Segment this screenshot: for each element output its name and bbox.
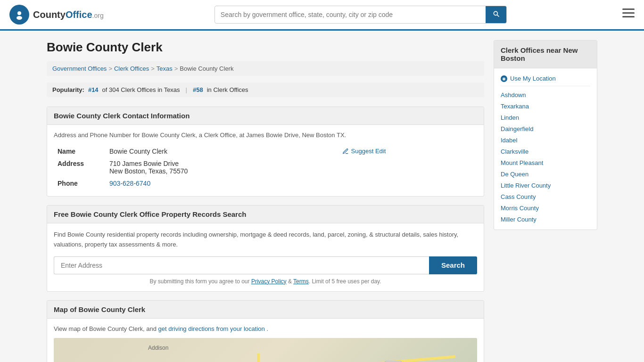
address-search-input[interactable]	[54, 256, 429, 274]
property-search-button[interactable]: Search	[429, 256, 477, 274]
map-addison-label: Addison	[148, 345, 168, 351]
content-area: Bowie County Clerk Government Offices > …	[47, 40, 484, 362]
contact-description: Address and Phone Number for Bowie Count…	[54, 132, 477, 139]
property-search-description: Find Bowie County residential property r…	[54, 230, 477, 250]
breadcrumb-government-offices[interactable]: Government Offices	[52, 65, 107, 72]
sidebar-nearby-item: Cass County	[501, 191, 590, 202]
contact-section: Bowie County Clerk Contact Information A…	[47, 107, 484, 197]
address-search-row: Search	[54, 256, 477, 274]
svg-rect-4	[622, 12, 635, 14]
sidebar-nearby-link[interactable]: Mount Pleasant	[501, 159, 543, 166]
contact-name-label: Name	[54, 145, 106, 157]
main-layout: Bowie County Clerk Government Offices > …	[39, 31, 605, 362]
form-terms: By submitting this form you agree to our…	[54, 278, 477, 285]
sidebar-nearby-item: Mount Pleasant	[501, 157, 590, 168]
popularity-divider: |	[186, 86, 187, 93]
sidebar-nearby-item: Miller County	[501, 214, 590, 225]
popularity-rank1-text: of 304 Clerk Offices in Texas	[102, 86, 180, 93]
location-dot-icon: ◉	[501, 75, 507, 82]
sidebar-nearby-link[interactable]: De Queen	[501, 171, 528, 178]
sidebar-nearby-item: Little River County	[501, 180, 590, 191]
property-search-header: Free Bowie County Clerk Office Property …	[47, 206, 484, 223]
sidebar: Clerk Offices near New Boston ◉ Use My L…	[494, 40, 597, 362]
contact-phone-link[interactable]: 903-628-6740	[109, 180, 150, 187]
popularity-rank1: #14	[88, 86, 99, 93]
popularity-bar: Popularity: #14 of 304 Clerk Offices in …	[47, 82, 484, 97]
contact-address-value: 710 James Bowie Drive New Boston, Texas,…	[106, 157, 339, 177]
svg-rect-5	[622, 16, 635, 17]
sidebar-nearby-link[interactable]: Cass County	[501, 193, 536, 200]
sidebar-nearby-link[interactable]: Morris County	[501, 205, 539, 212]
map-section: Map of Bowie County Clerk View map of Bo…	[47, 300, 484, 362]
form-terms-text: By submitting this form you agree to our	[149, 278, 249, 285]
breadcrumb-current: Bowie County Clerk	[180, 65, 233, 72]
map-placeholder: Addison 2010 Bowie County Clerk's Office…	[54, 338, 477, 362]
sidebar-card: Clerk Offices near New Boston ◉ Use My L…	[494, 40, 597, 230]
global-search-button[interactable]	[486, 6, 506, 23]
map-road-horizontal	[202, 355, 455, 362]
sidebar-nearby-item: Daingerfield	[501, 123, 590, 134]
breadcrumb: Government Offices > Clerk Offices > Tex…	[47, 61, 484, 76]
sidebar-header: Clerk Offices near New Boston	[494, 41, 597, 68]
privacy-policy-link[interactable]: Privacy Policy	[251, 278, 287, 285]
contact-table: Name Bowie County Clerk Suggest Edit Add…	[54, 145, 477, 189]
contact-address-line2: New Boston, Texas, 75570	[109, 167, 335, 175]
contact-section-body: Address and Phone Number for Bowie Count…	[47, 125, 484, 196]
terms-suffix: Limit of 5 free uses per day.	[312, 278, 381, 285]
sidebar-nearby-item: Linden	[501, 112, 590, 123]
map-visual: Addison 2010 Bowie County Clerk's Office…	[54, 338, 477, 362]
suggest-edit-button[interactable]: Suggest Edit	[342, 148, 386, 155]
sidebar-nearby-item: Clarksville	[501, 146, 590, 157]
breadcrumb-clerk-offices[interactable]: Clerk Offices	[114, 65, 149, 72]
terms-link[interactable]: Terms	[293, 278, 309, 285]
contact-name-row: Name Bowie County Clerk Suggest Edit	[54, 145, 477, 157]
popularity-rank2-text: in Clerk Offices	[207, 86, 248, 93]
contact-address-label: Address	[54, 157, 106, 177]
nearby-list: AshdownTexarkanaLindenDaingerfieldIdabel…	[501, 86, 590, 225]
global-search-bar	[215, 6, 507, 24]
breadcrumb-sep-1: >	[108, 65, 112, 72]
svg-rect-3	[622, 8, 635, 10]
sidebar-nearby-item: Texarkana	[501, 100, 590, 112]
popularity-label: Popularity:	[52, 86, 84, 93]
sidebar-nearby-item: Ashdown	[501, 89, 590, 100]
logo-text: CountyOffice.org	[33, 9, 104, 20]
sidebar-nearby-item: Idabel	[501, 134, 590, 146]
map-desc-text: View map of Bowie County Clerk, and	[54, 325, 157, 332]
breadcrumb-texas[interactable]: Texas	[157, 65, 173, 72]
contact-phone-label: Phone	[54, 177, 106, 189]
sidebar-nearby-link[interactable]: Little River County	[501, 182, 551, 189]
page-title: Bowie County Clerk	[47, 40, 484, 55]
map-section-header: Map of Bowie County Clerk	[47, 301, 484, 319]
property-search-body: Find Bowie County residential property r…	[47, 223, 484, 291]
map-desc-suffix: .	[266, 325, 268, 332]
sidebar-nearby-link[interactable]: Idabel	[501, 137, 517, 144]
property-search-section: Free Bowie County Clerk Office Property …	[47, 205, 484, 292]
sidebar-nearby-link[interactable]: Ashdown	[501, 91, 526, 99]
sidebar-nearby-link[interactable]: Daingerfield	[501, 125, 533, 132]
site-header: CountyOffice.org	[0, 0, 644, 31]
sidebar-nearby-link[interactable]: Linden	[501, 114, 519, 121]
sidebar-nearby-item: Morris County	[501, 202, 590, 214]
suggest-edit-label: Suggest Edit	[351, 148, 386, 155]
driving-directions-link[interactable]: get driving directions from your locatio…	[158, 325, 265, 332]
svg-point-1	[17, 11, 21, 15]
site-logo-icon	[9, 5, 29, 25]
contact-address-line1: 710 James Bowie Drive	[109, 160, 335, 167]
sidebar-nearby-link[interactable]: Texarkana	[501, 103, 529, 110]
breadcrumb-sep-3: >	[174, 65, 178, 72]
logo-area: CountyOffice.org	[9, 5, 104, 25]
popularity-rank2: #58	[193, 86, 203, 93]
global-search-input[interactable]	[215, 7, 486, 22]
menu-button[interactable]	[622, 8, 635, 21]
use-my-location-button[interactable]: ◉ Use My Location	[501, 73, 556, 86]
sidebar-nearby-link[interactable]: Clarksville	[501, 148, 528, 155]
sidebar-nearby-item: De Queen	[501, 168, 590, 180]
svg-point-2	[17, 16, 22, 20]
use-my-location-label: Use My Location	[510, 75, 556, 82]
contact-name-value: Bowie County Clerk	[106, 145, 339, 157]
map-description: View map of Bowie County Clerk, and get …	[54, 325, 477, 332]
map-road-vertical	[257, 354, 260, 362]
sidebar-nearby-link[interactable]: Miller County	[501, 216, 537, 223]
breadcrumb-sep-2: >	[151, 65, 155, 72]
